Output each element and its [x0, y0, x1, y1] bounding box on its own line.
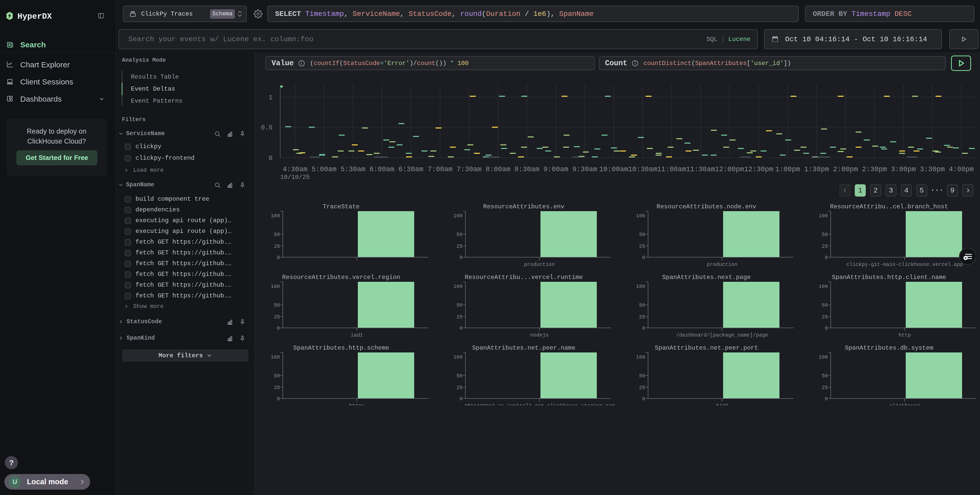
svg-text:4:00pm: 4:00pm [949, 166, 974, 173]
svg-text:25: 25 [274, 385, 280, 390]
svg-text:9:00am: 9:00am [543, 166, 568, 173]
svg-text:ResourceAttributes.node.env: ResourceAttributes.node.env [657, 203, 756, 210]
svg-text:0.5: 0.5 [261, 124, 272, 132]
svg-text:production: production [524, 262, 555, 268]
svg-text:10:00am: 10:00am [599, 166, 628, 173]
svg-text:nodejs: nodejs [530, 332, 549, 338]
svg-text:0: 0 [277, 396, 280, 402]
svg-text:11:30am: 11:30am [686, 166, 715, 173]
svg-text:3:00pm: 3:00pm [891, 166, 916, 173]
svg-text:0: 0 [642, 396, 645, 402]
svg-text:ResourceAttributes.vercel.regi: ResourceAttributes.vercel.region [282, 274, 400, 281]
svg-text:25: 25 [457, 314, 463, 320]
svg-text:SpanAttributes.db.system: SpanAttributes.db.system [845, 344, 933, 351]
svg-text:10:30am: 10:30am [628, 166, 657, 173]
svg-text:25: 25 [639, 385, 645, 390]
svg-text:0: 0 [825, 325, 828, 331]
svg-text:4:30am: 4:30am [283, 166, 307, 173]
svg-text:1:00pm: 1:00pm [775, 166, 800, 173]
svg-text:50: 50 [457, 302, 463, 308]
svg-text:0: 0 [460, 255, 463, 260]
svg-text:ResourceAttribu...vercel.runti: ResourceAttribu...vercel.runtime [465, 274, 583, 281]
svg-text:25: 25 [639, 314, 645, 320]
svg-text:50: 50 [822, 232, 828, 238]
svg-text:7:00am: 7:00am [428, 166, 452, 173]
svg-text:SpanAttributes.next.page: SpanAttributes.next.page [662, 274, 751, 281]
svg-text:50: 50 [457, 373, 463, 379]
svg-text:0: 0 [825, 396, 828, 402]
svg-text:6:00am: 6:00am [369, 166, 394, 173]
svg-text:1:30pm: 1:30pm [804, 166, 829, 173]
svg-text:100: 100 [453, 284, 463, 289]
svg-text:8:00am: 8:00am [485, 166, 510, 173]
svg-text:100: 100 [271, 354, 280, 360]
svg-text:25: 25 [457, 243, 463, 249]
svg-text:50: 50 [639, 373, 645, 379]
svg-text:25: 25 [822, 243, 828, 249]
svg-text:50: 50 [457, 232, 463, 238]
svg-text:0: 0 [642, 255, 645, 260]
svg-text:0: 0 [825, 255, 828, 260]
svg-text:2:30pm: 2:30pm [862, 166, 887, 173]
svg-text:0: 0 [269, 155, 272, 162]
svg-text:100: 100 [271, 213, 280, 219]
svg-text:12:30pm: 12:30pm [744, 166, 773, 173]
svg-text:50: 50 [274, 373, 280, 379]
svg-text:25: 25 [274, 314, 280, 320]
svg-text:100: 100 [636, 213, 645, 219]
svg-text:50: 50 [274, 302, 280, 308]
svg-text:100: 100 [453, 354, 463, 360]
svg-text:100: 100 [271, 284, 280, 289]
svg-text:11:00am: 11:00am [657, 166, 686, 173]
svg-text:50: 50 [822, 302, 828, 308]
svg-text:ResourceAttribu..cel.branch_ho: ResourceAttribu..cel.branch_host [830, 203, 948, 210]
svg-text:9:30am: 9:30am [572, 166, 597, 173]
svg-text:8:30am: 8:30am [514, 166, 539, 173]
svg-text:5:00am: 5:00am [312, 166, 336, 173]
svg-text:SpanAttributes.http.client.nam: SpanAttributes.http.client.name [832, 274, 946, 281]
svg-text:SpanAttributes.net.peer.port: SpanAttributes.net.peer.port [655, 344, 758, 351]
svg-text:50: 50 [639, 232, 645, 238]
svg-text:0: 0 [460, 396, 463, 402]
svg-text:100: 100 [819, 213, 828, 219]
svg-text:25: 25 [274, 243, 280, 249]
svg-text:0: 0 [277, 255, 280, 260]
svg-text:5:30am: 5:30am [340, 166, 365, 173]
svg-text:25: 25 [822, 385, 828, 390]
svg-text:http: http [899, 332, 911, 338]
svg-text:TraceState: TraceState [323, 203, 360, 210]
svg-text:50: 50 [822, 373, 828, 379]
svg-text:0: 0 [460, 325, 463, 331]
svg-text:6:30am: 6:30am [398, 166, 423, 173]
svg-text:100: 100 [819, 354, 828, 360]
svg-text:12:00pm: 12:00pm [715, 166, 744, 173]
svg-text:iad1: iad1 [351, 332, 363, 338]
svg-text:25: 25 [457, 385, 463, 390]
svg-text:/dashboard/[package_name]/page: /dashboard/[package_name]/page [676, 332, 768, 338]
svg-text:100: 100 [819, 284, 828, 289]
svg-text:SpanAttributes.net.peer.name: SpanAttributes.net.peer.name [472, 344, 575, 351]
svg-text:10/10/25: 10/10/25 [280, 174, 310, 181]
svg-text:0: 0 [642, 325, 645, 331]
svg-text:25: 25 [639, 243, 645, 249]
svg-text:100: 100 [636, 284, 645, 289]
svg-text:50: 50 [639, 302, 645, 308]
svg-text:1: 1 [269, 94, 272, 102]
svg-text:2:00pm: 2:00pm [833, 166, 858, 173]
svg-text:100: 100 [453, 213, 463, 219]
svg-text:50: 50 [274, 232, 280, 238]
svg-text:25: 25 [822, 314, 828, 320]
svg-text:production: production [707, 262, 737, 268]
svg-text:100: 100 [636, 354, 645, 360]
svg-text:3:30pm: 3:30pm [920, 166, 945, 173]
svg-text:ResourceAttributes.env: ResourceAttributes.env [483, 203, 565, 210]
svg-text:0: 0 [277, 325, 280, 331]
svg-text:SpanAttributes.http.scheme: SpanAttributes.http.scheme [293, 344, 389, 351]
svg-text:7:30am: 7:30am [457, 166, 481, 173]
svg-text:clickpy-git-main-clickhouse.ve: clickpy-git-main-clickhouse.vercel.app [846, 262, 963, 268]
